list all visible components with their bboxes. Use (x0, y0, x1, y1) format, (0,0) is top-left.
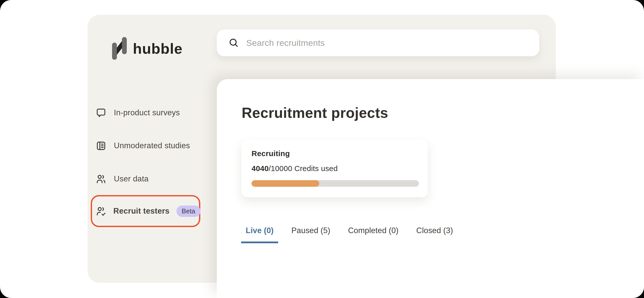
credits-used-value: 4040 (252, 164, 269, 173)
brand-logo[interactable]: hubble (112, 37, 183, 60)
page-title: Recruitment projects (242, 104, 388, 121)
status-tabs: Live (0) Paused (5) Completed (0) Closed… (241, 224, 458, 243)
credits-total-value: 10000 (271, 164, 292, 173)
sidebar-item-unmoderated-studies[interactable]: Unmoderated studies (96, 137, 190, 155)
users-icon (96, 174, 106, 184)
tab-completed[interactable]: Completed (0) (344, 224, 403, 243)
sidebar-item-label: Unmoderated studies (114, 141, 190, 150)
screen: hubble In-product surveys (0, 0, 644, 298)
tab-live[interactable]: Live (0) (241, 224, 278, 243)
credits-card: Recruiting 4040/10000 Credits used (241, 140, 428, 197)
chat-bubble-icon (96, 107, 106, 118)
credits-suffix: Credits used (292, 164, 338, 173)
sidebar-item-user-data[interactable]: User data (96, 170, 149, 188)
tab-closed[interactable]: Closed (3) (412, 224, 458, 243)
tab-paused[interactable]: Paused (5) (287, 224, 335, 243)
journal-icon (96, 140, 106, 151)
beta-badge: Beta (176, 206, 201, 217)
brand-name: hubble (133, 40, 183, 57)
credits-card-title: Recruiting (252, 149, 418, 158)
hubble-logo-icon (112, 37, 127, 60)
credits-separator: / (269, 164, 271, 173)
credits-progress-bar (252, 180, 419, 187)
app-window: hubble In-product surveys (0, 0, 644, 298)
sidebar-item-label: Recruit testers (113, 207, 170, 216)
search-bar (217, 29, 539, 56)
user-check-icon (96, 206, 106, 217)
sidebar-item-label: User data (114, 174, 149, 183)
search-input[interactable] (246, 38, 529, 48)
search-icon (228, 38, 239, 48)
credits-usage-text: 4040/10000 Credits used (252, 164, 418, 173)
sidebar-item-in-product-surveys[interactable]: In-product surveys (96, 104, 180, 122)
credits-progress-fill (252, 180, 319, 187)
sidebar-item-recruit-testers[interactable]: Recruit testers Beta (91, 195, 200, 227)
sidebar-item-label: In-product surveys (114, 108, 180, 117)
